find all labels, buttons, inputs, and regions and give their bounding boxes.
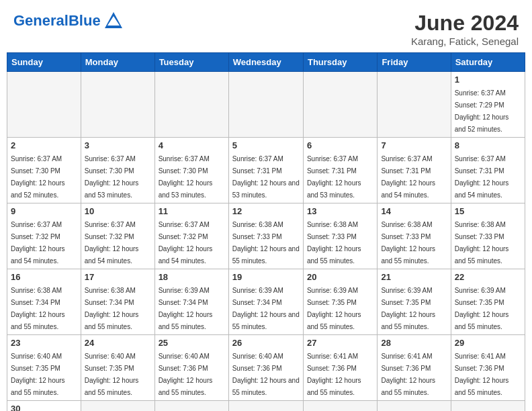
day-info: Sunrise: 6:38 AMSunset: 7:33 PMDaylight:… xyxy=(232,221,300,265)
day-number: 9 xyxy=(11,206,77,216)
weekday-thursday: Thursday xyxy=(303,53,377,72)
day-cell xyxy=(378,72,451,138)
day-info: Sunrise: 6:37 AMSunset: 7:30 PMDaylight:… xyxy=(85,155,139,199)
day-cell: 15Sunrise: 6:38 AMSunset: 7:33 PMDayligh… xyxy=(451,203,525,269)
day-number: 23 xyxy=(11,338,77,348)
logo-icon xyxy=(103,11,124,31)
day-info: Sunrise: 6:41 AMSunset: 7:36 PMDaylight:… xyxy=(455,353,509,396)
day-cell xyxy=(451,401,525,412)
day-number: 29 xyxy=(455,338,521,348)
day-info: Sunrise: 6:39 AMSunset: 7:35 PMDaylight:… xyxy=(455,287,509,330)
day-number: 2 xyxy=(11,140,77,150)
day-info: Sunrise: 6:40 AMSunset: 7:35 PMDaylight:… xyxy=(85,353,139,396)
day-number: 25 xyxy=(159,338,225,348)
day-info: Sunrise: 6:39 AMSunset: 7:35 PMDaylight:… xyxy=(307,287,361,330)
day-info: Sunrise: 6:37 AMSunset: 7:32 PMDaylight:… xyxy=(159,221,213,265)
day-cell xyxy=(228,72,303,138)
day-cell: 19Sunrise: 6:39 AMSunset: 7:34 PMDayligh… xyxy=(228,269,303,335)
day-cell: 8Sunrise: 6:37 AMSunset: 7:31 PMDaylight… xyxy=(451,138,525,203)
calendar-subtitle: Karang, Fatick, Senegal xyxy=(411,36,519,47)
day-info: Sunrise: 6:38 AMSunset: 7:34 PMDaylight:… xyxy=(11,287,65,330)
weekday-header-row: SundayMondayTuesdayWednesdayThursdayFrid… xyxy=(7,53,525,72)
day-cell: 9Sunrise: 6:37 AMSunset: 7:32 PMDaylight… xyxy=(7,203,81,269)
page-header: GeneralBlue June 2024 Karang, Fatick, Se… xyxy=(0,0,532,52)
day-cell: 7Sunrise: 6:37 AMSunset: 7:31 PMDaylight… xyxy=(378,138,451,203)
day-cell: 20Sunrise: 6:39 AMSunset: 7:35 PMDayligh… xyxy=(303,269,377,335)
day-cell: 29Sunrise: 6:41 AMSunset: 7:36 PMDayligh… xyxy=(451,335,525,401)
logo-wordmark: GeneralBlue xyxy=(13,12,101,30)
day-number: 17 xyxy=(85,272,151,282)
day-info: Sunrise: 6:37 AMSunset: 7:31 PMDaylight:… xyxy=(455,155,509,199)
day-number: 3 xyxy=(85,140,151,150)
weekday-friday: Friday xyxy=(378,53,451,72)
day-cell xyxy=(154,401,228,412)
day-cell: 2Sunrise: 6:37 AMSunset: 7:30 PMDaylight… xyxy=(7,138,81,203)
day-number: 5 xyxy=(232,140,300,150)
day-cell: 13Sunrise: 6:38 AMSunset: 7:33 PMDayligh… xyxy=(303,203,377,269)
day-info: Sunrise: 6:41 AMSunset: 7:36 PMDaylight:… xyxy=(307,353,361,396)
day-info: Sunrise: 6:37 AMSunset: 7:30 PMDaylight:… xyxy=(159,155,213,199)
day-info: Sunrise: 6:39 AMSunset: 7:35 PMDaylight:… xyxy=(381,287,435,330)
weekday-saturday: Saturday xyxy=(451,53,525,72)
day-number: 16 xyxy=(11,272,77,282)
day-info: Sunrise: 6:40 AMSunset: 7:36 PMDaylight:… xyxy=(159,353,213,396)
day-number: 13 xyxy=(307,206,373,216)
day-cell: 10Sunrise: 6:37 AMSunset: 7:32 PMDayligh… xyxy=(81,203,154,269)
day-number: 4 xyxy=(159,140,225,150)
day-info: Sunrise: 6:37 AMSunset: 7:32 PMDaylight:… xyxy=(85,221,139,265)
day-cell xyxy=(378,401,451,412)
day-info: Sunrise: 6:37 AMSunset: 7:32 PMDaylight:… xyxy=(11,221,65,265)
calendar-table: SundayMondayTuesdayWednesdayThursdayFrid… xyxy=(7,52,525,411)
day-number: 30 xyxy=(11,404,77,411)
day-info: Sunrise: 6:40 AMSunset: 7:35 PMDaylight:… xyxy=(11,353,65,396)
day-cell xyxy=(303,401,377,412)
day-cell: 4Sunrise: 6:37 AMSunset: 7:30 PMDaylight… xyxy=(154,138,228,203)
day-number: 10 xyxy=(85,206,151,216)
day-number: 26 xyxy=(232,338,300,348)
title-block: June 2024 Karang, Fatick, Senegal xyxy=(411,11,519,47)
day-number: 27 xyxy=(307,338,373,348)
day-info: Sunrise: 6:38 AMSunset: 7:33 PMDaylight:… xyxy=(455,221,509,265)
day-info: Sunrise: 6:37 AMSunset: 7:31 PMDaylight:… xyxy=(232,155,300,199)
day-cell: 14Sunrise: 6:38 AMSunset: 7:33 PMDayligh… xyxy=(378,203,451,269)
day-cell: 26Sunrise: 6:40 AMSunset: 7:36 PMDayligh… xyxy=(228,335,303,401)
day-number: 11 xyxy=(159,206,225,216)
day-info: Sunrise: 6:40 AMSunset: 7:36 PMDaylight:… xyxy=(232,353,300,396)
day-number: 6 xyxy=(307,140,373,150)
day-number: 20 xyxy=(307,272,373,282)
weekday-monday: Monday xyxy=(81,53,154,72)
day-number: 15 xyxy=(455,206,521,216)
logo: GeneralBlue xyxy=(13,11,124,31)
day-cell: 23Sunrise: 6:40 AMSunset: 7:35 PMDayligh… xyxy=(7,335,81,401)
day-info: Sunrise: 6:37 AMSunset: 7:31 PMDaylight:… xyxy=(307,155,361,199)
day-cell: 3Sunrise: 6:37 AMSunset: 7:30 PMDaylight… xyxy=(81,138,154,203)
day-cell: 17Sunrise: 6:38 AMSunset: 7:34 PMDayligh… xyxy=(81,269,154,335)
day-cell xyxy=(303,72,377,138)
week-row-4: 16Sunrise: 6:38 AMSunset: 7:34 PMDayligh… xyxy=(7,269,525,335)
day-number: 8 xyxy=(455,140,521,150)
day-cell: 11Sunrise: 6:37 AMSunset: 7:32 PMDayligh… xyxy=(154,203,228,269)
day-info: Sunrise: 6:38 AMSunset: 7:33 PMDaylight:… xyxy=(307,221,361,265)
day-cell: 25Sunrise: 6:40 AMSunset: 7:36 PMDayligh… xyxy=(154,335,228,401)
logo-text: GeneralBlue xyxy=(13,12,101,29)
week-row-6: 30Sunrise: 6:41 AMSunset: 7:36 PMDayligh… xyxy=(7,401,525,412)
day-number: 24 xyxy=(85,338,151,348)
day-cell: 24Sunrise: 6:40 AMSunset: 7:35 PMDayligh… xyxy=(81,335,154,401)
day-info: Sunrise: 6:37 AMSunset: 7:31 PMDaylight:… xyxy=(381,155,435,199)
day-info: Sunrise: 6:37 AMSunset: 7:30 PMDaylight:… xyxy=(11,155,65,199)
day-number: 18 xyxy=(159,272,225,282)
day-info: Sunrise: 6:38 AMSunset: 7:33 PMDaylight:… xyxy=(381,221,435,265)
day-cell: 30Sunrise: 6:41 AMSunset: 7:36 PMDayligh… xyxy=(7,401,81,412)
day-cell: 12Sunrise: 6:38 AMSunset: 7:33 PMDayligh… xyxy=(228,203,303,269)
week-row-1: 1Sunrise: 6:37 AMSunset: 7:29 PMDaylight… xyxy=(7,72,525,138)
day-cell xyxy=(7,72,81,138)
day-cell xyxy=(81,401,154,412)
day-info: Sunrise: 6:39 AMSunset: 7:34 PMDaylight:… xyxy=(159,287,213,330)
day-cell xyxy=(81,72,154,138)
day-cell: 27Sunrise: 6:41 AMSunset: 7:36 PMDayligh… xyxy=(303,335,377,401)
day-number: 28 xyxy=(381,338,447,348)
week-row-2: 2Sunrise: 6:37 AMSunset: 7:30 PMDaylight… xyxy=(7,138,525,203)
week-row-5: 23Sunrise: 6:40 AMSunset: 7:35 PMDayligh… xyxy=(7,335,525,401)
day-cell: 22Sunrise: 6:39 AMSunset: 7:35 PMDayligh… xyxy=(451,269,525,335)
day-cell: 1Sunrise: 6:37 AMSunset: 7:29 PMDaylight… xyxy=(451,72,525,138)
